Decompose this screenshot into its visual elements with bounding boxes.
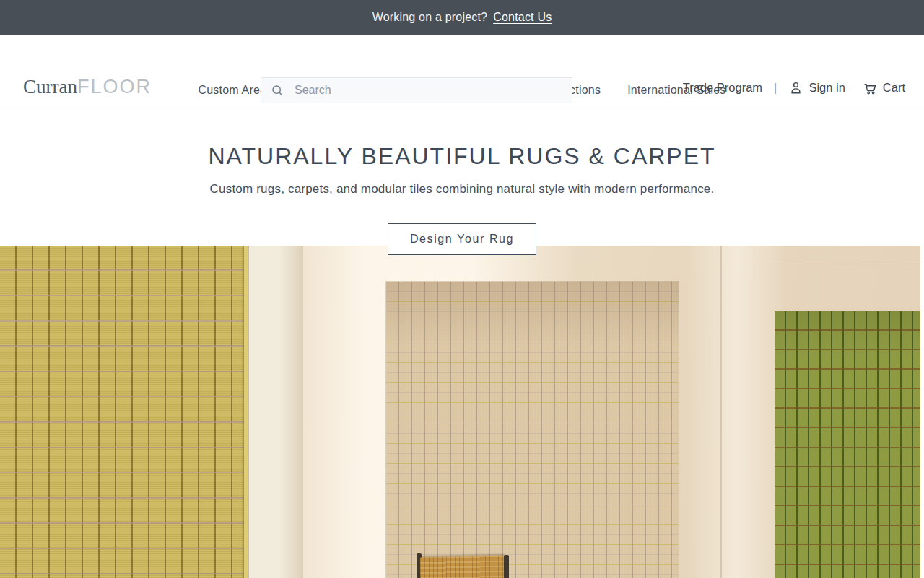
contact-us-link[interactable]: Contact Us (493, 11, 552, 24)
hero-subtitle: Custom rugs, carpets, and modular tiles … (0, 182, 924, 197)
cart-icon (863, 80, 878, 95)
actions-divider: | (774, 81, 777, 95)
user-icon (788, 80, 803, 95)
wicker-chair (415, 552, 510, 578)
rug-right-green-check (775, 311, 920, 578)
design-your-rug-button[interactable]: Design Your Rug (388, 223, 536, 255)
chair-back-wicker (420, 556, 506, 578)
sign-in-button[interactable]: Sign in (788, 80, 845, 95)
chair-post-right (504, 555, 509, 578)
hero-section: NATURALLY BEAUTIFUL RUGS & CARPET Custom… (0, 108, 924, 246)
search-input[interactable] (295, 84, 563, 97)
rug-left-yellow-plaid (0, 246, 248, 578)
cart-button[interactable]: Cart (863, 80, 905, 95)
header: CurranFLOOR Trade Program | Sign in Cart (0, 35, 924, 75)
image-right-edge (920, 246, 924, 578)
page-title: NATURALLY BEAUTIFUL RUGS & CARPET (0, 143, 924, 170)
sign-in-label: Sign in (808, 81, 845, 95)
announcement-bar: Working on a project? Contact Us (0, 0, 924, 35)
wall-corner-line (720, 246, 722, 578)
logo[interactable]: CurranFLOOR (23, 76, 152, 98)
wall-light-patch-right (686, 246, 787, 578)
wall-pillar (248, 246, 303, 578)
search-icon (270, 83, 284, 98)
logo-floor: FLOOR (77, 76, 152, 98)
cart-label: Cart (883, 81, 905, 95)
trade-program-link[interactable]: Trade Program (683, 81, 762, 95)
hero-image (0, 246, 924, 578)
wall-molding-line (725, 262, 924, 262)
header-actions: Trade Program | Sign in Cart (683, 80, 905, 95)
rug-middle-beige-grid (386, 282, 679, 578)
logo-curran: Curran (23, 76, 77, 98)
announcement-text: Working on a project? (372, 11, 488, 24)
search-box[interactable] (261, 77, 572, 103)
